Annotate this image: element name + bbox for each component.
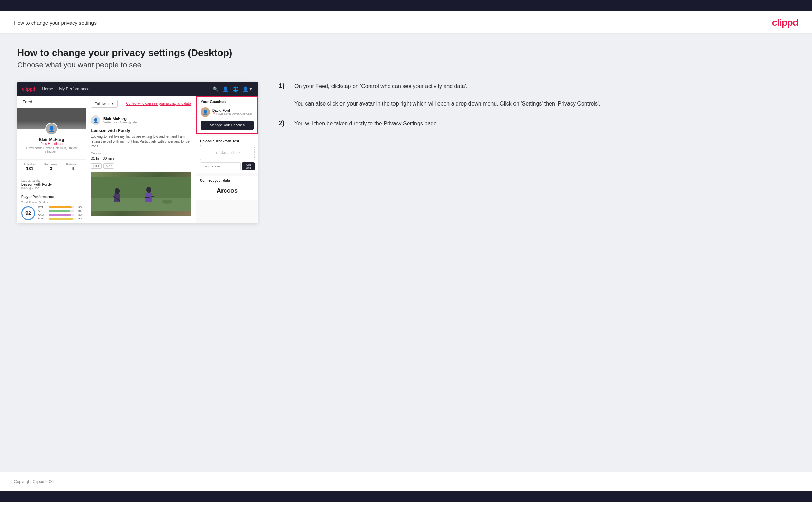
coach-club-name: Royal North Devon Golf Club <box>216 112 252 115</box>
page-heading: How to change your privacy settings (Des… <box>17 47 795 58</box>
post-duration-label: Duration <box>91 152 191 155</box>
stat-followers-label: Followers <box>44 163 58 166</box>
instruction-step1: 1) On your Feed, click/tap on 'Control w… <box>279 82 788 108</box>
feed-tab[interactable]: Feed <box>17 96 86 108</box>
chevron-down-icon: ▾ <box>112 101 114 106</box>
post-card: 👤 Blair McHarg Yesterday · Sunningdale L… <box>86 111 196 220</box>
stat-activities-label: Activities <box>23 163 36 166</box>
latest-activity-date: 03 Aug 2022 <box>21 186 82 190</box>
profile-name: Blair McHarg <box>21 137 82 142</box>
nav-link-my-performance[interactable]: My Performance <box>59 87 89 91</box>
app-body: Feed 👤 Blair McHarg Plus Handicap Royal … <box>17 96 258 223</box>
app-nav-links: Home My Performance <box>42 87 89 91</box>
bar-arg-val: 86 <box>75 213 82 216</box>
bar-arg-fill <box>49 214 71 216</box>
svg-rect-1 <box>91 198 191 211</box>
bar-putt-val: 96 <box>75 217 82 220</box>
latest-activity-label: Latest Activity <box>21 179 82 183</box>
profile-club: Royal North Devon Golf Club, United King… <box>21 146 82 153</box>
step2-number: 2) <box>279 119 289 128</box>
tpq-label: Total Player Quality <box>21 201 82 204</box>
bar-app-fill <box>49 210 70 212</box>
stat-followers-value: 3 <box>44 166 58 171</box>
post-author-avatar: 👤 <box>91 115 100 125</box>
app-right-panel: Your Coaches 👤 David Ford 📍 Royal North … <box>196 96 258 223</box>
tag-app: APP <box>103 163 114 169</box>
stat-followers: Followers 3 <box>44 163 58 171</box>
instructions-panel: 1) On your Feed, click/tap on 'Control w… <box>272 82 795 139</box>
app-feed: Following ▾ Control who can see your act… <box>86 96 196 223</box>
header: How to change your privacy settings clip… <box>0 11 812 34</box>
latest-activity-name: Lesson with Fordy <box>21 183 82 186</box>
post-tags: OTT APP <box>91 163 191 169</box>
coach-avatar: 👤 <box>201 107 210 117</box>
following-button[interactable]: Following ▾ <box>91 100 118 108</box>
main-content: How to change your privacy settings (Des… <box>0 34 812 472</box>
stat-following: Following 4 <box>66 163 79 171</box>
tag-ott: OTT <box>91 163 102 169</box>
bar-app-track <box>49 210 74 212</box>
stat-activities: Activities 131 <box>23 163 36 171</box>
coach-info: David Ford 📍 Royal North Devon Golf Club <box>212 109 252 115</box>
step1-number: 1) <box>279 82 289 108</box>
manage-coaches-button[interactable]: Manage Your Coaches <box>201 121 254 130</box>
bar-app-val: 85 <box>75 209 82 212</box>
bar-ott-track <box>49 206 74 208</box>
copyright-text: Copyright Clippd 2022 <box>14 479 55 484</box>
bar-ott: OTT 90 <box>38 206 82 209</box>
connect-section: Connect your data Arccos <box>196 176 258 200</box>
avatar-icon[interactable]: 👤▼ <box>242 86 253 92</box>
bar-putt: PUTT 96 <box>38 217 82 220</box>
latest-activity: Latest Activity Lesson with Fordy 03 Aug… <box>17 177 86 192</box>
app-nav: clippd Home My Performance 🔍 👤 🌐 👤▼ <box>17 82 258 96</box>
profile-avatar: 👤 <box>45 123 58 135</box>
post-author-location: Yesterday · Sunningdale <box>103 121 137 124</box>
svg-point-3 <box>115 188 120 194</box>
feed-header: Following ▾ Control who can see your act… <box>86 96 196 111</box>
tpq-bars: OTT 90 APP <box>38 206 82 221</box>
svg-point-6 <box>146 187 151 193</box>
post-description: Looking to feel like my hands are exitin… <box>91 134 191 149</box>
connect-title: Connect your data <box>200 179 255 183</box>
stat-activities-value: 131 <box>23 166 36 171</box>
bar-arg-track <box>49 214 74 216</box>
post-author-info: Blair McHarg Yesterday · Sunningdale <box>103 117 137 124</box>
coaches-title: Your Coaches <box>197 97 257 105</box>
bar-putt-label: PUTT <box>38 217 47 220</box>
golf-scene-svg <box>91 172 191 216</box>
trackman-input[interactable] <box>200 162 241 170</box>
bottom-bar <box>0 491 812 502</box>
tpq-row: 92 OTT 90 APP <box>21 206 82 221</box>
content-row: clippd Home My Performance 🔍 👤 🌐 👤▼ Feed <box>17 82 795 223</box>
svg-point-2 <box>162 200 173 204</box>
page-breadcrumb: How to change your privacy settings <box>14 20 97 26</box>
nav-link-home[interactable]: Home <box>42 87 53 91</box>
search-icon[interactable]: 🔍 <box>213 86 218 92</box>
profile-banner: 👤 <box>17 108 86 129</box>
bar-arg-label: ARG <box>38 213 47 216</box>
page-subheading: Choose what you want people to see <box>17 60 795 69</box>
coach-item: 👤 David Ford 📍 Royal North Devon Golf Cl… <box>197 105 257 119</box>
location-icon[interactable]: 🌐 <box>232 86 238 92</box>
bar-arg: ARG 86 <box>38 213 82 216</box>
profile-stats: Activities 131 Followers 3 Following 4 <box>17 159 86 174</box>
footer: Copyright Clippd 2022 <box>0 472 812 491</box>
stat-following-value: 4 <box>66 166 79 171</box>
bar-putt-track <box>49 218 74 220</box>
following-label: Following <box>95 102 110 106</box>
bar-app: APP 85 <box>38 209 82 212</box>
trackman-title: Upload a Trackman Test <box>200 139 255 143</box>
pin-icon: 📍 <box>212 112 216 115</box>
post-duration-value: 01 hr : 30 min <box>91 156 191 161</box>
post-author-row: 👤 Blair McHarg Yesterday · Sunningdale <box>91 115 191 125</box>
add-link-button[interactable]: Add Link <box>242 162 255 170</box>
bar-putt-fill <box>49 218 73 220</box>
step2-text: You will then be taken directly to the P… <box>294 119 438 128</box>
post-author-name: Blair McHarg <box>103 117 137 121</box>
control-privacy-link[interactable]: Control who can see your activity and da… <box>126 102 191 106</box>
coach-club: 📍 Royal North Devon Golf Club <box>212 112 252 115</box>
step1-text: On your Feed, click/tap on 'Control who … <box>294 82 600 108</box>
person-icon[interactable]: 👤 <box>223 86 228 92</box>
coaches-section: Your Coaches 👤 David Ford 📍 Royal North … <box>196 96 258 134</box>
app-mockup: clippd Home My Performance 🔍 👤 🌐 👤▼ Feed <box>17 82 258 223</box>
